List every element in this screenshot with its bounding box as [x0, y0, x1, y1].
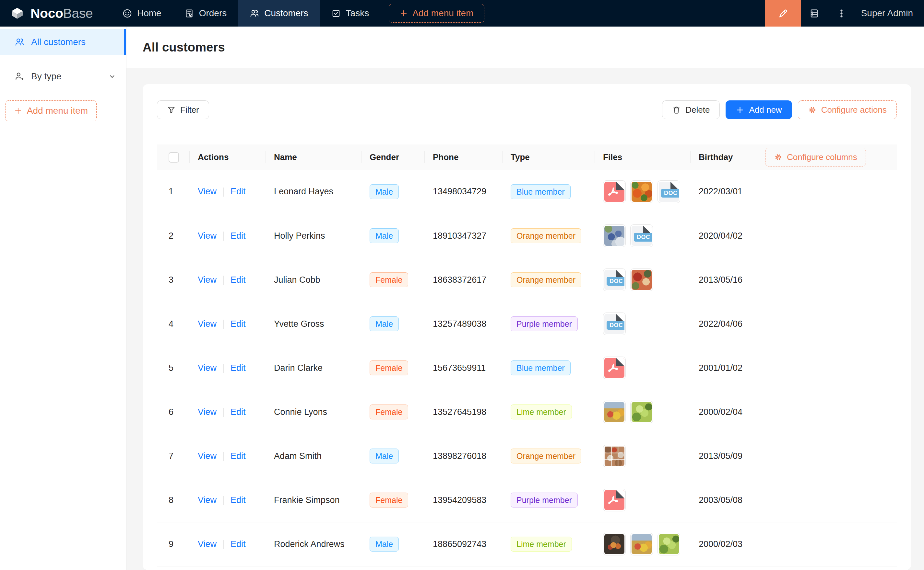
photo-thumbnail[interactable]	[630, 268, 653, 291]
view-link[interactable]: View	[198, 363, 217, 373]
doc-label: DOC	[634, 233, 652, 242]
action-divider	[223, 364, 224, 373]
row-index: 9	[169, 539, 174, 549]
customer-phone: 18910347327	[424, 214, 502, 258]
user-menu[interactable]: Super Admin	[855, 8, 924, 18]
table-row: 3ViewEditJulian CobbFemale18638372617Ora…	[157, 258, 897, 302]
highlighter-icon	[777, 8, 789, 19]
nav-add-menu-item-button[interactable]: Add menu item	[389, 4, 484, 23]
gender-tag: Male	[370, 449, 399, 463]
member-type-tag: Orange member	[510, 449, 581, 463]
pdf-file-thumbnail[interactable]	[603, 489, 626, 512]
table-body: 1ViewEditLeonard HayesMale13498034729Blu…	[157, 170, 897, 566]
team-icon	[249, 8, 259, 18]
customer-name: Roderick Andrews	[266, 522, 361, 566]
view-link[interactable]: View	[198, 407, 217, 417]
doc-label: DOC	[661, 189, 679, 198]
nav-item-orders[interactable]: Orders	[173, 0, 238, 26]
doc-label: DOC	[607, 277, 624, 286]
more-actions-button[interactable]	[828, 0, 855, 26]
photo-thumbnail[interactable]	[603, 445, 626, 467]
files-cell: DOC	[603, 268, 682, 291]
doc-file-thumbnail[interactable]: DOC	[603, 313, 626, 335]
sidebar-item-by-type[interactable]: By type	[0, 63, 126, 89]
funnel-icon	[167, 106, 176, 114]
table-row: 7ViewEditAdam SmithMale13898276018Orange…	[157, 434, 897, 478]
nocobase-logo[interactable]: NocoBase	[9, 5, 93, 21]
configure-actions-label: Configure actions	[821, 105, 887, 115]
sidebar-add-menu-item-button[interactable]: Add menu item	[5, 100, 97, 121]
edit-link[interactable]: Edit	[231, 187, 246, 196]
view-link[interactable]: View	[198, 187, 217, 196]
row-index: 8	[169, 495, 174, 505]
files-cell: DOC	[603, 313, 682, 335]
view-link[interactable]: View	[198, 275, 217, 285]
doc-file-thumbnail[interactable]: DOC	[630, 224, 653, 247]
photo-thumbnail[interactable]	[603, 533, 626, 555]
select-all-checkbox[interactable]	[169, 152, 179, 162]
filter-button[interactable]: Filter	[157, 100, 209, 119]
row-index: 3	[169, 275, 174, 285]
plugin-manager-button[interactable]	[801, 0, 828, 26]
main-menu: Home Orders Customers Tasks	[111, 0, 484, 26]
photo-thumbnail[interactable]	[658, 533, 680, 555]
action-divider	[223, 276, 224, 285]
sidebar-item-all-customers[interactable]: All customers	[0, 29, 126, 55]
row-index: 6	[169, 407, 174, 417]
doc-label: DOC	[607, 321, 624, 330]
server-stack-icon	[809, 8, 819, 19]
configure-actions-button[interactable]: Configure actions	[798, 100, 897, 119]
photo-thumbnail[interactable]	[630, 181, 653, 203]
ui-editor-button[interactable]	[765, 0, 801, 26]
table-row: 9ViewEditRoderick AndrewsMale18865092743…	[157, 522, 897, 566]
edit-link[interactable]: Edit	[231, 539, 246, 549]
edit-link[interactable]: Edit	[231, 407, 246, 417]
customer-name: Darin Clarke	[266, 346, 361, 390]
row-index: 2	[169, 231, 174, 241]
vertical-ellipsis-icon	[836, 8, 847, 19]
delete-button[interactable]: Delete	[662, 100, 720, 119]
customer-phone: 18638372617	[424, 258, 502, 302]
view-link[interactable]: View	[198, 231, 217, 241]
edit-link[interactable]: Edit	[231, 495, 246, 505]
customer-name: Yvette Gross	[266, 302, 361, 346]
customer-phone: 13898276018	[424, 434, 502, 478]
customer-birthday: 2013/05/09	[690, 434, 757, 478]
customer-phone: 13527645198	[424, 390, 502, 434]
nav-item-customers[interactable]: Customers	[238, 0, 319, 26]
table-row: 6ViewEditConnie LyonsFemale13527645198Li…	[157, 390, 897, 434]
pdf-file-thumbnail[interactable]	[603, 181, 626, 203]
customer-birthday: 2001/01/02	[690, 346, 757, 390]
customer-name: Leonard Hayes	[266, 170, 361, 214]
view-link[interactable]: View	[198, 539, 217, 549]
table-row: 5ViewEditDarin ClarkeFemale15673659911Bl…	[157, 346, 897, 390]
view-link[interactable]: View	[198, 319, 217, 329]
table-row: 2ViewEditHolly PerkinsMale18910347327Ora…	[157, 214, 897, 258]
delete-label: Delete	[686, 105, 710, 115]
gender-tag: Female	[370, 405, 408, 420]
edit-link[interactable]: Edit	[231, 275, 246, 285]
customer-name: Connie Lyons	[266, 390, 361, 434]
edit-link[interactable]: Edit	[231, 451, 246, 461]
pdf-file-thumbnail[interactable]	[603, 357, 626, 379]
photo-thumbnail[interactable]	[630, 533, 653, 555]
configure-columns-button[interactable]: Configure columns	[765, 148, 866, 167]
nav-item-home[interactable]: Home	[111, 0, 173, 26]
photo-thumbnail[interactable]	[630, 401, 653, 423]
photo-thumbnail[interactable]	[603, 224, 626, 247]
edit-link[interactable]: Edit	[231, 363, 246, 373]
view-link[interactable]: View	[198, 495, 217, 505]
photo-thumbnail[interactable]	[603, 401, 626, 423]
add-new-button[interactable]: Add new	[726, 100, 792, 119]
doc-file-thumbnail[interactable]: DOC	[658, 181, 680, 203]
plus-icon	[400, 9, 408, 17]
column-header-birthday: Birthday	[690, 144, 757, 170]
view-link[interactable]: View	[198, 451, 217, 461]
nav-item-tasks[interactable]: Tasks	[320, 0, 381, 26]
edit-link[interactable]: Edit	[231, 319, 246, 329]
doc-file-thumbnail[interactable]: DOC	[603, 268, 626, 291]
customer-name: Julian Cobb	[266, 258, 361, 302]
edit-link[interactable]: Edit	[231, 231, 246, 241]
gender-tag: Male	[370, 184, 399, 199]
action-divider	[223, 408, 224, 417]
